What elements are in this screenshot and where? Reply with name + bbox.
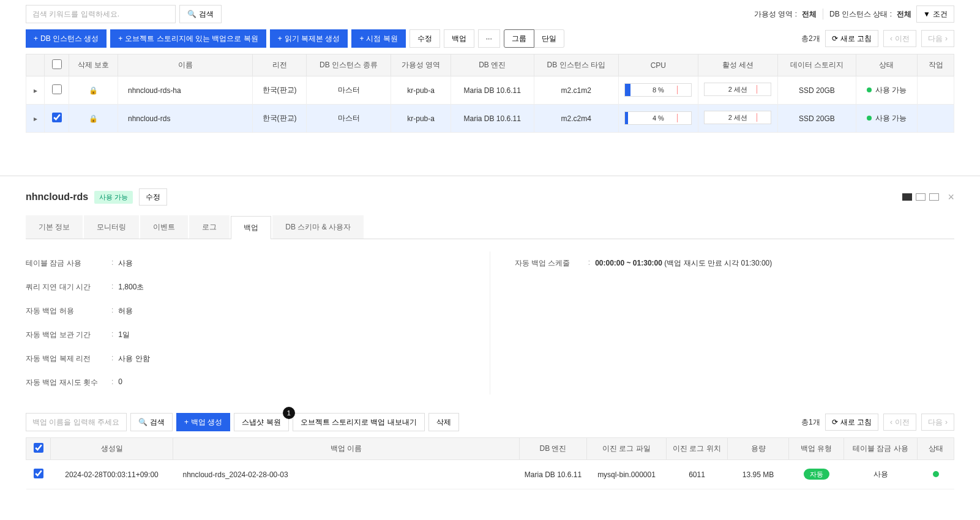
cell-instance-type: m2.c2m4 (534, 105, 618, 133)
info-label: 쿼리 지연 대기 시간 (26, 282, 111, 292)
detail-edit-button[interactable]: 수정 (139, 188, 167, 206)
lock-icon: 🔒 (89, 86, 98, 95)
col-delete-protect: 삭제 보호 (69, 54, 118, 76)
info-value: 1,800초 (118, 282, 144, 292)
cell-binlog-pos: 6011 (667, 460, 728, 489)
lock-icon: 🔒 (89, 114, 98, 123)
tab-basic[interactable]: 기본 정보 (26, 215, 83, 239)
col-az: 가용성 영역 (391, 54, 451, 76)
col-status: 상태 (856, 54, 917, 76)
total-count: 총2개 (801, 34, 820, 44)
row-checkbox[interactable] (52, 113, 62, 122)
select-all-checkbox[interactable] (52, 59, 62, 69)
prev-button[interactable]: ‹ 이전 (883, 414, 916, 431)
refresh-icon: ⟳ (832, 418, 838, 426)
prev-button[interactable]: ‹ 이전 (883, 30, 916, 47)
cell-binlog-file: mysql-bin.000001 (587, 460, 667, 489)
tab-monitoring[interactable]: 모니터링 (84, 215, 139, 239)
col-sessions: 활성 세션 (698, 54, 777, 76)
panel-layout-3-icon[interactable] (929, 193, 939, 201)
refresh-button[interactable]: ⟳ 새로 고침 (825, 30, 878, 47)
detail-title: nhncloud-rds (26, 191, 88, 202)
cell-type: 마스터 (307, 105, 391, 133)
col-table-lock: 테이블 잠금 사용 (844, 438, 918, 460)
col-instance-type: DB 인스턴스 타입 (534, 54, 618, 76)
col-type: DB 인스턴스 종류 (307, 54, 391, 76)
backup-search-input[interactable] (26, 413, 127, 431)
tab-event[interactable]: 이벤트 (140, 215, 188, 239)
refresh-button[interactable]: ⟳ 새로 고침 (825, 414, 878, 431)
col-action: 작업 (918, 54, 954, 76)
cell-status: 사용 가능 (856, 105, 917, 133)
schedule-value: 00:00:00 ~ 01:30:00 (백업 재시도 만료 시각 01:30:… (595, 258, 772, 269)
col-backup-name: 백업 이름 (173, 438, 520, 460)
info-label: 자동 백업 허용 (26, 306, 111, 316)
row-checkbox[interactable] (52, 84, 62, 94)
col-region: 리전 (253, 54, 307, 76)
chevron-left-icon: ‹ (890, 34, 892, 43)
close-icon[interactable]: × (948, 191, 954, 204)
backup-total: 총1개 (801, 417, 820, 428)
panel-layout-1-icon[interactable] (902, 193, 912, 201)
tab-schema[interactable]: DB 스키마 & 사용자 (272, 215, 364, 239)
status-label: DB 인스턴스 상태 : (829, 9, 892, 20)
cell-table-lock: 사용 (844, 460, 918, 489)
cell-instance-type: m2.c1m2 (534, 76, 618, 105)
info-label: 자동 백업 재시도 횟수 (26, 377, 111, 388)
refresh-icon: ⟳ (832, 34, 838, 43)
backup-button[interactable]: 백업 (444, 29, 474, 48)
create-replica-button[interactable]: + 읽기 복제본 생성 (270, 29, 348, 48)
cell-az: kr-pub-a (391, 76, 451, 105)
edit-button[interactable]: 수정 (410, 29, 440, 48)
col-status: 상태 (918, 438, 954, 460)
info-label: 자동 백업 복제 리전 (26, 354, 111, 364)
cell-created: 2024-02-28T00:03:11+09:00 (51, 460, 173, 489)
delete-button[interactable]: 삭제 (428, 413, 459, 431)
col-engine: DB 엔진 (451, 54, 534, 76)
backup-table: 생성일 백업 이름 DB 엔진 이진 로그 파일 이진 로그 위치 용량 백업 … (26, 437, 954, 489)
expand-icon[interactable]: ▸ (34, 86, 37, 95)
panel-layout-2-icon[interactable] (916, 193, 926, 201)
info-value: 0 (118, 377, 122, 388)
restore-from-obs-button[interactable]: + 오브젝트 스토리지에 있는 백업으로 복원 (110, 29, 266, 48)
view-single-button[interactable]: 단일 (534, 29, 564, 48)
tab-backup[interactable]: 백업 (231, 216, 271, 239)
plus-icon: + (278, 34, 282, 43)
backup-select-all[interactable] (34, 443, 43, 453)
create-instance-button[interactable]: + DB 인스턴스 생성 (26, 29, 107, 48)
tab-log[interactable]: 로그 (189, 215, 230, 239)
table-row[interactable]: ▸ 🔒 nhncloud-rds 한국(판교) 마스터 kr-pub-a Mar… (26, 105, 954, 133)
condition-button[interactable]: ▼ 조건 (916, 6, 954, 23)
backup-search-button[interactable]: 🔍 검색 (130, 413, 173, 431)
search-icon: 🔍 (187, 10, 196, 18)
row-checkbox[interactable] (34, 469, 43, 478)
snapshot-restore-button[interactable]: 스냅샷 복원 (234, 413, 288, 431)
cpu-bar: 8 % (624, 83, 692, 97)
search-button[interactable]: 🔍 검색 (179, 5, 222, 23)
col-size: 용량 (728, 438, 789, 460)
info-value: 허용 (118, 306, 133, 316)
cell-region: 한국(판교) (253, 105, 307, 133)
info-value: 사용 안함 (118, 354, 149, 364)
export-obs-button[interactable]: 오브젝트 스토리지로 백업 내보내기 (293, 413, 425, 431)
cpu-bar: 4 % (624, 111, 692, 125)
plus-icon: + (359, 34, 364, 43)
more-button[interactable]: ··· (478, 29, 500, 48)
info-label: 테이블 잠금 사용 (26, 258, 111, 269)
next-button[interactable]: 다음 › (921, 30, 954, 47)
cell-name: nhncloud-rds (118, 105, 253, 133)
next-button[interactable]: 다음 › (921, 414, 954, 431)
cell-engine: Maria DB 10.6.11 (520, 460, 587, 489)
search-icon: 🔍 (138, 418, 148, 426)
create-backup-button[interactable]: + 백업 생성 (176, 413, 230, 431)
pitr-button[interactable]: + 시점 복원 (351, 29, 405, 48)
view-group-button[interactable]: 그룹 (504, 29, 534, 48)
info-value: 사용 (118, 258, 133, 269)
table-row[interactable]: 2024-02-28T00:03:11+09:00 nhncloud-rds_2… (26, 460, 954, 489)
search-input[interactable] (26, 5, 176, 23)
cell-engine: Maria DB 10.6.11 (451, 76, 534, 105)
table-row[interactable]: ▸ 🔒 nhncloud-rds-ha 한국(판교) 마스터 kr-pub-a … (26, 76, 954, 105)
info-value: 1일 (118, 330, 130, 340)
snapshot-badge: 1 (283, 407, 295, 419)
expand-icon[interactable]: ▸ (34, 114, 37, 123)
